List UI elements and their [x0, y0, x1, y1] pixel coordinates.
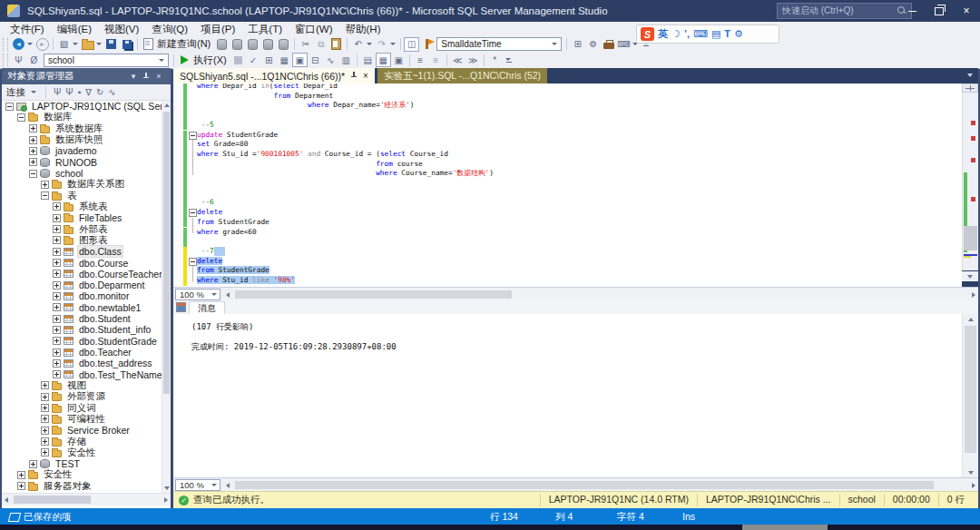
tree-node-dbo-newtable1[interactable]: dbo.newtable1 — [2, 302, 162, 313]
expand-icon[interactable] — [53, 248, 61, 256]
tree-node-数据库关系图[interactable]: 数据库关系图 — [2, 179, 162, 190]
chevron-down-icon[interactable] — [27, 43, 33, 45]
scrollbar-thumb[interactable] — [964, 226, 977, 250]
tree-node-dbo-studentgrade[interactable]: dbo.StudentGrade — [2, 336, 162, 347]
close-tab-icon[interactable]: × — [363, 71, 368, 81]
tree-node-外部资源[interactable]: 外部资源 — [2, 391, 162, 402]
expand-icon[interactable] — [53, 326, 61, 334]
tab-messages[interactable]: 消息 — [189, 301, 225, 314]
fold-collapse-icon[interactable] — [189, 132, 197, 140]
undo-icon[interactable]: ↶ — [350, 37, 366, 52]
activity-monitor-icon[interactable]: ◫ — [404, 37, 419, 52]
tree-node-service-broker[interactable]: Service Broker — [2, 425, 162, 436]
tree-node-系统数据库[interactable]: 系统数据库 — [2, 123, 162, 134]
editor-vertical-scrollbar[interactable] — [962, 68, 978, 287]
chevron-down-icon[interactable] — [390, 43, 396, 45]
tree-node-dbo-student[interactable]: dbo.Student — [2, 313, 162, 324]
menu-item-5[interactable]: 工具(T) — [241, 22, 289, 36]
tree-node-系统表[interactable]: 系统表 — [2, 201, 162, 212]
expand-icon[interactable] — [53, 292, 61, 300]
parse-icon[interactable]: ✓ — [246, 53, 261, 67]
tree-node-dbo-test-address[interactable]: dbo.test_address — [2, 358, 162, 368]
database-engine-query-icon[interactable] — [214, 37, 230, 52]
uncomment-selection-icon[interactable]: ≡ — [428, 53, 444, 67]
live-query-statistics-icon[interactable]: ∿ — [323, 53, 338, 67]
editor-zoom-combo[interactable]: 100 % — [175, 289, 220, 300]
redo-icon[interactable]: ↷ — [374, 37, 389, 52]
menu-item-6[interactable]: 窗口(W) — [289, 22, 339, 36]
chevron-down-icon[interactable] — [96, 43, 102, 45]
expand-icon[interactable] — [41, 181, 49, 189]
sqlcmd-mode-icon[interactable]: * — [487, 53, 503, 67]
pin-icon[interactable] — [350, 72, 358, 80]
decrease-indent-icon[interactable]: ≪ — [450, 53, 466, 67]
tree-node-dbo-monitor[interactable]: dbo.monitor — [2, 290, 162, 301]
expand-icon[interactable] — [53, 270, 61, 278]
expand-icon[interactable] — [41, 404, 49, 412]
expand-icon[interactable] — [53, 370, 61, 378]
xe-profiler-icon[interactable] — [276, 37, 291, 52]
pin-icon[interactable] — [140, 73, 152, 81]
expand-icon[interactable] — [53, 214, 61, 222]
tree-node-可编程性[interactable]: 可编程性 — [2, 414, 162, 425]
tree-node-同义词[interactable]: 同义词 — [2, 402, 162, 413]
intellisense-enabled-icon[interactable]: ▣ — [292, 53, 308, 67]
expand-icon[interactable] — [41, 415, 49, 423]
new-project-icon[interactable]: ▧ — [56, 37, 72, 52]
expand-icon[interactable] — [53, 202, 61, 211]
cancel-query-icon[interactable] — [230, 53, 246, 67]
xmla-query-icon[interactable] — [260, 37, 276, 52]
tree-node-dbo-student-info[interactable]: dbo.Student_info — [2, 324, 162, 335]
collapse-icon[interactable] — [29, 170, 37, 178]
new-query-button[interactable]: 新建查询(N) — [157, 37, 211, 51]
close-panel-icon[interactable]: × — [152, 72, 165, 81]
chevron-down-icon[interactable] — [156, 54, 168, 66]
tree-node-school[interactable]: school — [2, 168, 162, 179]
display-estimated-plan-icon[interactable]: ⊞ — [261, 53, 277, 67]
disconnect-plug-icon[interactable]: Ψ — [65, 87, 73, 97]
available-databases-combo[interactable]: school — [44, 54, 169, 67]
close-button[interactable]: × — [953, 0, 980, 22]
clipboard-icon[interactable]: ▤ — [711, 26, 720, 42]
expand-icon[interactable] — [17, 471, 25, 479]
expand-icon[interactable] — [53, 236, 61, 244]
expand-icon[interactable] — [29, 460, 37, 468]
tree-node-dbo-class[interactable]: dbo.Class — [2, 246, 162, 257]
menu-item-1[interactable]: 编辑(E) — [51, 22, 98, 36]
increase-indent-icon[interactable]: ≫ — [466, 53, 481, 67]
change-connection-icon[interactable]: Ø — [26, 53, 42, 67]
skin-icon[interactable]: T — [724, 26, 730, 42]
expand-icon[interactable] — [53, 281, 61, 290]
tree-vertical-scrollbar[interactable] — [162, 101, 171, 493]
copy-icon[interactable]: ⧉ — [313, 37, 328, 52]
quick-launch-search[interactable]: 快速启动 (Ctrl+Q) — [777, 3, 912, 19]
connect-button[interactable]: 连接 — [6, 86, 25, 99]
scroll-up-icon[interactable] — [963, 314, 978, 324]
results-to-grid-icon[interactable]: ▦ — [376, 53, 391, 67]
expand-icon[interactable] — [53, 359, 61, 368]
editor-horizontal-scrollbar[interactable] — [223, 289, 978, 300]
results-to-text-icon[interactable]: ▤ — [360, 53, 376, 67]
tree-node-dbo-teacher[interactable]: dbo.Teacher — [2, 347, 162, 358]
tab-list-dropdown-icon[interactable] — [962, 68, 978, 83]
document-tab-0[interactable]: SQLShiyan5.sql -...1Q1NC\Chris (66))*× — [173, 68, 375, 83]
menu-item-3[interactable]: 查询(Q) — [145, 22, 194, 36]
messages-horizontal-scrollbar[interactable] — [223, 479, 978, 491]
tree-node-表[interactable]: 表 — [2, 191, 162, 201]
expand-icon[interactable] — [53, 348, 61, 357]
tree-node-安全性[interactable]: 安全性 — [2, 447, 162, 458]
tree-node-dbo-courseteacher[interactable]: dbo.CourseTeacher — [2, 269, 162, 280]
mdx-query-icon[interactable] — [230, 37, 245, 52]
messages-output[interactable]: (107 行受影响)完成时间: 2019-12-05T16:09:28.2930… — [173, 314, 962, 477]
results-to-file-icon[interactable]: ▣ — [391, 53, 407, 67]
dmx-query-icon[interactable] — [245, 37, 260, 52]
document-tab-1[interactable]: 实验五~1(1).SQL -...Q1NC\Chris (52) — [377, 68, 547, 83]
properties-wrench-icon[interactable]: ⚙ — [585, 37, 601, 52]
new-query-icon[interactable] — [141, 37, 156, 52]
connect-icon[interactable]: Ψ — [11, 53, 26, 67]
tree-node-图形表[interactable]: 图形表 — [2, 235, 162, 246]
tree-node-安全性[interactable]: 安全性 — [2, 469, 162, 480]
activity-icon[interactable]: ∿ — [108, 87, 115, 97]
chevron-down-icon[interactable] — [367, 43, 372, 45]
type-combo[interactable]: SmalldateTime — [436, 37, 562, 51]
